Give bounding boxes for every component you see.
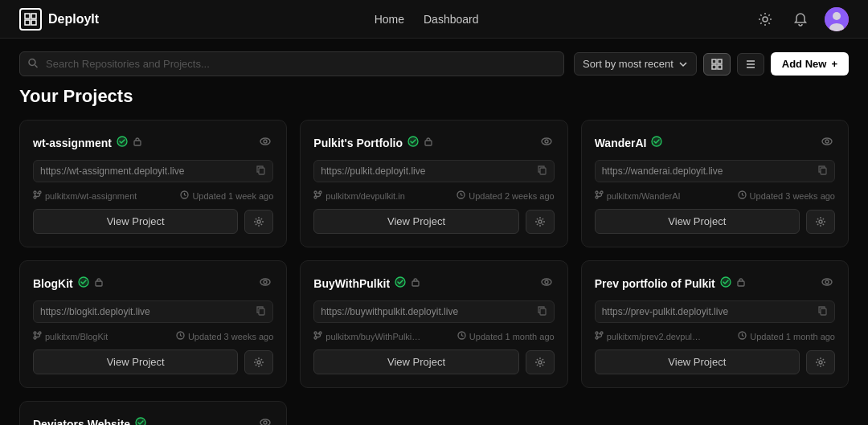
card-footer: View Project (33, 349, 273, 374)
updated-time: Updated 3 weeks ago (188, 332, 273, 341)
visibility-icon[interactable] (257, 274, 273, 292)
updated-time: Updated 1 month ago (750, 332, 835, 341)
card-title-row: Deviators Website (33, 417, 257, 425)
view-project-button[interactable]: View Project (33, 209, 238, 234)
project-card: wt-assignment (19, 120, 287, 247)
url-row: https://wanderai.deployit.live (595, 160, 835, 182)
settings-icon[interactable] (754, 8, 776, 31)
branch-icon (595, 190, 604, 201)
project-settings-button[interactable] (244, 210, 273, 234)
svg-point-58 (257, 361, 260, 364)
view-project-button[interactable]: View Project (313, 209, 518, 234)
url-row: https://blogkit.deployit.live (33, 300, 273, 323)
copy-url-button[interactable] (537, 305, 547, 318)
updated-meta: Updated 1 week ago (180, 190, 273, 201)
sort-button[interactable]: Sort by most recent (574, 52, 697, 76)
project-card: BlogKit (19, 260, 287, 388)
copy-url-button[interactable] (817, 165, 828, 178)
project-settings-button[interactable] (806, 210, 835, 234)
branch-icon (313, 331, 322, 341)
svg-rect-72 (738, 281, 744, 286)
meta-row: pulkitxm/BlogKit Updated 3 weeks ago (33, 331, 273, 341)
visibility-icon[interactable] (538, 133, 555, 152)
card-title-row: Prev portfolio of Pulkit (595, 276, 819, 290)
visibility-icon[interactable] (819, 133, 835, 152)
project-card: BuyWithPulkit (300, 260, 567, 388)
svg-point-33 (314, 191, 317, 194)
card-header: Pulkit's Portfolio (313, 133, 554, 152)
project-card: WanderAI https://wanderai.deployit. (581, 120, 849, 247)
clock-icon (457, 331, 466, 341)
copy-url-button[interactable] (256, 165, 266, 178)
svg-rect-11 (712, 65, 716, 69)
url-row: https://prev-pulkit.deployit.live (595, 300, 835, 323)
svg-rect-21 (259, 168, 264, 174)
status-active-icon (135, 417, 146, 425)
project-title: Pulkit's Portfolio (313, 137, 403, 149)
project-url: https://buywithpulkit.deployit.live (321, 306, 531, 317)
project-settings-button[interactable] (526, 350, 555, 374)
repo-name: pulkitxm/WanderAI (607, 191, 681, 201)
repo-meta: pulkitxm/WanderAI (595, 190, 681, 201)
avatar[interactable] (825, 7, 849, 31)
svg-rect-42 (821, 168, 826, 174)
card-header: Deviators Website (33, 415, 273, 425)
svg-point-76 (596, 332, 598, 334)
nav-dashboard[interactable]: Dashboard (424, 13, 479, 26)
notification-icon[interactable] (789, 8, 812, 31)
copy-url-button[interactable] (256, 305, 266, 318)
page-title: Your Projects (19, 86, 849, 107)
project-settings-button[interactable] (526, 210, 555, 234)
project-settings-button[interactable] (244, 350, 273, 374)
svg-point-20 (264, 140, 267, 143)
view-project-button[interactable]: View Project (595, 349, 800, 374)
copy-url-button[interactable] (537, 165, 547, 178)
view-project-button[interactable]: View Project (595, 209, 800, 234)
toolbar-right: Sort by most recent (574, 52, 849, 76)
card-header: wt-assignment (33, 133, 273, 152)
svg-rect-29 (425, 141, 432, 145)
card-header: WanderAI (595, 133, 835, 152)
copy-url-button[interactable] (817, 305, 828, 318)
svg-rect-32 (540, 168, 546, 174)
view-project-button[interactable]: View Project (313, 349, 518, 374)
grid-view-button[interactable] (703, 53, 731, 76)
svg-point-37 (538, 220, 542, 223)
list-view-button[interactable] (737, 53, 764, 76)
repo-name: pulkitxm/wt-assignment (45, 191, 137, 201)
status-active-icon (78, 276, 89, 290)
svg-rect-53 (259, 309, 264, 315)
card-header: Prev portfolio of Pulkit (595, 274, 835, 292)
visibility-icon[interactable] (538, 274, 555, 292)
svg-point-65 (314, 332, 317, 334)
visibility-icon[interactable] (819, 274, 835, 292)
svg-rect-9 (712, 59, 716, 63)
repo-meta: pulkitxm/wt-assignment (33, 190, 137, 201)
visibility-icon[interactable] (257, 415, 273, 425)
svg-point-80 (819, 361, 822, 364)
svg-rect-1 (31, 14, 36, 18)
clock-icon (180, 190, 189, 201)
brand-name: DeployIt (48, 12, 99, 27)
project-settings-button[interactable] (806, 350, 835, 374)
visibility-icon[interactable] (257, 133, 273, 152)
lock-icon (736, 277, 746, 289)
svg-point-26 (257, 220, 260, 223)
repo-meta: pulkitxm/BlogKit (33, 331, 108, 341)
svg-point-6 (833, 12, 841, 20)
view-project-button[interactable]: View Project (33, 349, 238, 374)
card-footer: View Project (33, 209, 273, 234)
repo-name: pulkitxm/prev2.devpulkit.in (607, 332, 703, 341)
svg-rect-61 (412, 281, 419, 286)
svg-rect-3 (31, 20, 36, 25)
brand: DeployIt (19, 8, 99, 31)
updated-time: Updated 1 week ago (192, 191, 273, 201)
search-input[interactable] (19, 51, 564, 76)
status-active-icon (117, 136, 128, 149)
project-url: https://pulkit.deployit.live (321, 166, 531, 177)
navbar: DeployIt Home Dashboard (0, 0, 868, 39)
svg-rect-10 (718, 59, 722, 63)
add-new-button[interactable]: Add New + (771, 52, 849, 76)
branch-icon (33, 190, 42, 201)
nav-home[interactable]: Home (375, 13, 404, 26)
